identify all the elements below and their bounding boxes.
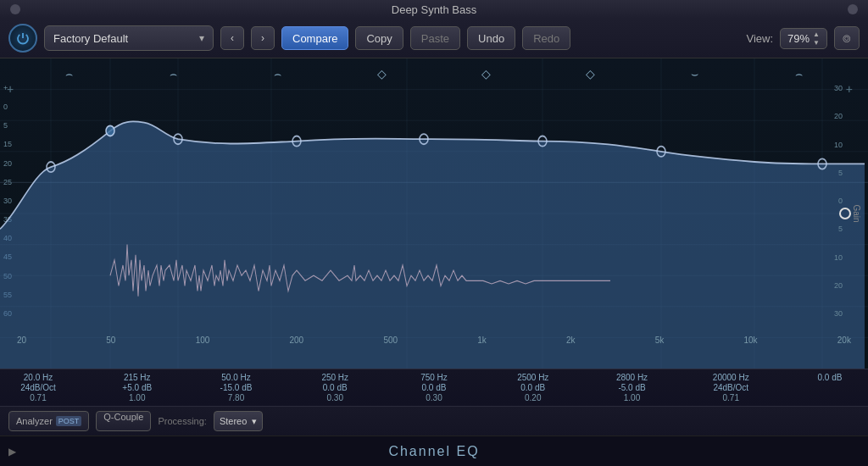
band4-freq: 250 Hz bbox=[321, 373, 348, 382]
band7-db: -5.0 dB bbox=[618, 383, 645, 392]
power-button[interactable] bbox=[8, 24, 37, 53]
plugin-title: Channel EQ bbox=[388, 444, 479, 459]
band5-db: 0.0 dB bbox=[422, 383, 447, 392]
band1-freq: 20.0 Hz bbox=[24, 373, 53, 382]
band-param-2: 215 Hz +5.0 dB 1.00 bbox=[108, 373, 167, 402]
band-handle-6[interactable]: ◇ bbox=[582, 65, 599, 82]
q-couple-btn[interactable]: Q-Couple bbox=[96, 411, 151, 431]
next-preset-btn[interactable]: › bbox=[251, 26, 275, 50]
band7-freq: 2800 Hz bbox=[616, 373, 648, 382]
band3-db: -15.0 dB bbox=[220, 383, 253, 392]
band-handle-4[interactable]: ◇ bbox=[374, 65, 391, 82]
band6-q: 0.20 bbox=[525, 393, 541, 402]
app-container: Deep Synth Bass Factory Default ▾ ‹ › Co… bbox=[0, 0, 868, 466]
preset-dropdown[interactable]: Factory Default ▾ bbox=[44, 25, 214, 51]
band1-db: 24dB/Oct bbox=[20, 383, 56, 392]
band-handles: ⌢ ⌢ ⌢ ◇ ◇ ◇ ⌣ ⌢ bbox=[0, 65, 868, 82]
band2-db: +5.0 dB bbox=[122, 383, 152, 392]
window-title: Deep Synth Bass bbox=[392, 3, 476, 16]
redo-btn[interactable]: Redo bbox=[522, 26, 570, 50]
play-btn[interactable]: ▶ bbox=[8, 446, 16, 458]
link-btn[interactable]: ⌾ bbox=[834, 26, 860, 50]
preset-label: Factory Default bbox=[53, 32, 194, 45]
window-expand-btn[interactable] bbox=[848, 4, 858, 14]
db-scale-right: 30 20 10 5 0 5 10 20 30 bbox=[834, 84, 843, 318]
band-param-1: 20.0 Hz 24dB/Oct 0.71 bbox=[8, 373, 68, 402]
prev-preset-btn[interactable]: ‹ bbox=[220, 26, 244, 50]
view-percent-arrows[interactable]: ▲▼ bbox=[813, 31, 820, 47]
band-handle-3[interactable]: ⌢ bbox=[270, 65, 287, 82]
band6-freq: 2500 Hz bbox=[517, 373, 548, 382]
svg-point-19 bbox=[106, 125, 114, 136]
link-icon: ⌾ bbox=[843, 31, 851, 46]
band7-q: 1.00 bbox=[624, 393, 640, 402]
band-param-3: 50.0 Hz -15.0 dB 7.80 bbox=[207, 373, 266, 402]
band-handle-5[interactable]: ◇ bbox=[478, 65, 495, 82]
analyzer-btn[interactable]: Analyzer POST bbox=[8, 411, 89, 431]
view-label: View: bbox=[746, 32, 773, 45]
processing-label: Processing: bbox=[158, 416, 206, 426]
post-badge: POST bbox=[56, 416, 82, 426]
processing-arrow: ▾ bbox=[252, 416, 257, 427]
gain-handle[interactable] bbox=[839, 208, 851, 219]
band5-freq: 750 Hz bbox=[420, 373, 448, 382]
band-param-4: 250 Hz 0.0 dB 0.30 bbox=[305, 373, 364, 402]
preset-arrow: ▾ bbox=[199, 32, 204, 44]
band3-freq: 50.0 Hz bbox=[221, 373, 250, 382]
analyzer-label: Analyzer bbox=[16, 416, 53, 426]
band8-freq: 20000 Hz bbox=[713, 373, 749, 382]
view-control: View: 79% ▲▼ ⌾ bbox=[746, 26, 860, 50]
eq-curve bbox=[0, 58, 868, 369]
freq-labels: 20 50 100 200 500 1k 2k 5k 10k 20k bbox=[17, 336, 851, 345]
band4-db: 0.0 dB bbox=[323, 383, 348, 392]
title-bar: Deep Synth Bass bbox=[0, 0, 868, 19]
undo-btn[interactable]: Undo bbox=[467, 26, 515, 50]
band2-q: 1.00 bbox=[129, 393, 145, 402]
band-handle-8[interactable]: ⌢ bbox=[791, 65, 808, 82]
band3-q: 7.80 bbox=[228, 393, 244, 402]
compare-btn[interactable]: Compare bbox=[281, 26, 348, 50]
band-param-6: 2500 Hz 0.0 dB 0.20 bbox=[504, 373, 563, 402]
eq-display[interactable]: + + + 0 5 15 20 25 30 35 40 45 50 55 60 bbox=[0, 58, 868, 369]
gain-value: 0.0 dB bbox=[818, 373, 843, 382]
view-percent-control[interactable]: 79% ▲▼ bbox=[780, 28, 827, 49]
gain-label: Gain bbox=[852, 204, 861, 222]
band5-q: 0.30 bbox=[426, 393, 442, 402]
band-handle-2[interactable]: ⌢ bbox=[165, 65, 182, 82]
band-param-5: 750 Hz 0.0 dB 0.30 bbox=[404, 373, 464, 402]
gain-param: 0.0 dB bbox=[800, 373, 860, 402]
top-controls: Factory Default ▾ ‹ › Compare Copy Paste… bbox=[0, 19, 868, 58]
band6-db: 0.0 dB bbox=[520, 383, 545, 392]
band-param-8: 20000 Hz 24dB/Oct 0.71 bbox=[701, 373, 760, 402]
band-params: 20.0 Hz 24dB/Oct 0.71 215 Hz +5.0 dB 1.0… bbox=[0, 369, 868, 406]
band8-db: 24dB/Oct bbox=[713, 383, 748, 392]
band1-q: 0.71 bbox=[30, 393, 46, 402]
band-param-7: 2800 Hz -5.0 dB 1.00 bbox=[603, 373, 662, 402]
band-handle-7[interactable]: ⌣ bbox=[687, 65, 704, 82]
processing-select[interactable]: Stereo ▾ bbox=[214, 411, 263, 431]
window-close-btn[interactable] bbox=[10, 4, 20, 14]
paste-btn[interactable]: Paste bbox=[410, 26, 460, 50]
footer: ▶ Channel EQ bbox=[0, 435, 868, 466]
copy-btn[interactable]: Copy bbox=[355, 26, 403, 50]
band4-q: 0.30 bbox=[327, 393, 343, 402]
band2-freq: 215 Hz bbox=[124, 373, 151, 382]
band8-q: 0.71 bbox=[723, 393, 739, 402]
bottom-toolbar: Analyzer POST Q-Couple Processing: Stere… bbox=[0, 406, 868, 435]
band-handle-1[interactable]: ⌢ bbox=[61, 65, 78, 82]
view-percent-value: 79% bbox=[787, 32, 810, 45]
processing-value: Stereo bbox=[220, 416, 247, 426]
